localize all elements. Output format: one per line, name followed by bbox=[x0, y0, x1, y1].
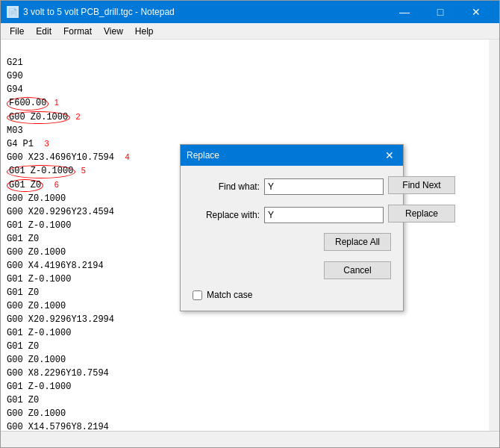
annotation-4: 4 bbox=[125, 152, 129, 161]
minimize-button[interactable]: — bbox=[387, 1, 422, 23]
menu-help[interactable]: Help bbox=[129, 25, 160, 38]
annotation-6: 6 bbox=[54, 180, 59, 189]
replace-button[interactable]: Replace bbox=[388, 205, 455, 223]
line-22: G01 Z0 bbox=[7, 341, 39, 352]
line-5: G00 Z0.1000 2 bbox=[7, 112, 81, 122]
line-18: G01 Z0 bbox=[7, 287, 39, 298]
replace-label: Replace with: bbox=[193, 210, 260, 220]
line-27: G00 Z0.1000 bbox=[7, 408, 66, 419]
line-3: G94 bbox=[7, 84, 23, 95]
line-2: G90 bbox=[7, 71, 23, 81]
dialog-title: Replace bbox=[187, 150, 219, 161]
dialog-title-bar: Replace ✕ bbox=[181, 145, 403, 166]
replace-dialog: Replace ✕ Find what: Find Next Replace w… bbox=[180, 144, 404, 311]
annotation-2: 2 bbox=[75, 112, 80, 121]
menu-edit[interactable]: Edit bbox=[30, 25, 57, 38]
replace-row: Replace with: Replace bbox=[193, 205, 391, 225]
menu-file[interactable]: File bbox=[4, 25, 30, 38]
title-controls: — □ ✕ bbox=[387, 1, 493, 23]
annotation-1: 1 bbox=[54, 98, 59, 107]
app-icon: 📄 bbox=[7, 6, 19, 18]
line-16: G00 X4.4196Y8.2194 bbox=[7, 261, 104, 271]
cancel-row: Cancel bbox=[193, 261, 391, 282]
line-13: G01 Z-0.1000 bbox=[7, 220, 71, 231]
dialog-close-button[interactable]: ✕ bbox=[382, 148, 397, 163]
line-15: G00 Z0.1000 bbox=[7, 247, 66, 258]
line-28: G00 X14.5796Y8.2194 bbox=[7, 422, 109, 431]
line-12: G00 X20.9296Y23.4594 bbox=[7, 207, 114, 217]
main-window: 📄 3 volt to 5 volt PCB_drill.tgc - Notep… bbox=[0, 0, 500, 448]
line-6: M03 bbox=[7, 125, 23, 136]
title-bar-left: 📄 3 volt to 5 volt PCB_drill.tgc - Notep… bbox=[7, 6, 175, 18]
close-button[interactable]: ✕ bbox=[459, 1, 493, 23]
content-area: G21 G90 G94 F600.00 1 G00 Z0.1000 2 M03 … bbox=[1, 40, 499, 431]
line-26: G01 Z0 bbox=[7, 395, 39, 405]
menu-view[interactable]: View bbox=[98, 25, 129, 38]
match-case-row: Match case bbox=[193, 290, 391, 300]
highlight-g01-z0: G01 Z0 bbox=[7, 179, 43, 193]
match-case-label: Match case bbox=[207, 290, 252, 300]
replace-input[interactable] bbox=[264, 207, 384, 223]
line-24: G00 X8.2296Y10.7594 bbox=[7, 368, 109, 379]
highlight-g01-z-neg: G01 Z-0.1000 bbox=[7, 165, 75, 178]
annotation-3: 3 bbox=[44, 139, 49, 148]
line-17: G01 Z-0.1000 bbox=[7, 274, 71, 284]
maximize-button[interactable]: □ bbox=[423, 1, 457, 23]
dialog-body: Find what: Find Next Replace with: Repla… bbox=[181, 166, 403, 311]
line-7: G4 P1 3 bbox=[7, 139, 49, 149]
line-10: G01 Z0 6 bbox=[7, 180, 59, 190]
line-19: G00 Z0.1000 bbox=[7, 301, 66, 311]
line-23: G00 Z0.1000 bbox=[7, 355, 66, 365]
annotation-5: 5 bbox=[81, 166, 86, 175]
find-input[interactable] bbox=[264, 178, 384, 195]
cancel-button[interactable]: Cancel bbox=[324, 261, 391, 279]
find-label: Find what: bbox=[193, 181, 260, 192]
highlight-f600: F600.00 bbox=[7, 97, 49, 111]
menu-format[interactable]: Format bbox=[57, 25, 98, 38]
menu-bar: File Edit Format View Help bbox=[1, 23, 499, 40]
line-11: G00 Z0.1000 bbox=[7, 193, 66, 204]
line-9: G01 Z-0.1000 5 bbox=[7, 166, 86, 176]
window-title: 3 volt to 5 volt PCB_drill.tgc - Notepad bbox=[23, 7, 175, 17]
match-case-checkbox[interactable] bbox=[193, 290, 202, 300]
line-20: G00 X20.9296Y13.2994 bbox=[7, 314, 114, 325]
line-4: F600.00 1 bbox=[7, 98, 59, 108]
title-bar: 📄 3 volt to 5 volt PCB_drill.tgc - Notep… bbox=[1, 1, 499, 23]
status-bar bbox=[1, 431, 499, 447]
line-1: G21 bbox=[7, 57, 23, 68]
line-14: G01 Z0 bbox=[7, 234, 39, 244]
line-21: G01 Z-0.1000 bbox=[7, 328, 71, 338]
replace-all-row: Replace All bbox=[193, 233, 391, 254]
line-8: G00 X23.4696Y10.7594 4 bbox=[7, 152, 130, 163]
replace-all-button[interactable]: Replace All bbox=[324, 233, 391, 251]
line-25: G01 Z-0.1000 bbox=[7, 382, 71, 392]
highlight-g00-z: G00 Z0.1000 bbox=[7, 111, 70, 125]
find-next-button[interactable]: Find Next bbox=[388, 176, 455, 194]
find-row: Find what: Find Next bbox=[193, 176, 391, 197]
